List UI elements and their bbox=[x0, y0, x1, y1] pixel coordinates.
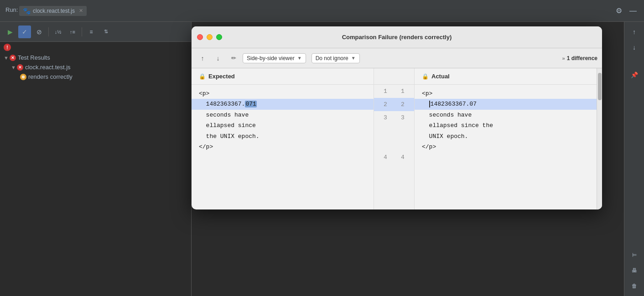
error-badge: ! bbox=[4, 44, 11, 51]
expected-line-3b: ellapsed since bbox=[199, 120, 366, 131]
dialog-titlebar: Comparison Failure (renders correctly) bbox=[192, 26, 602, 48]
expected-line-3a: seconds have bbox=[199, 110, 366, 120]
ignore-label: Do not ignore bbox=[316, 55, 348, 61]
expected-header: 🔒 Expected bbox=[192, 68, 374, 85]
gutter-left-1: 1 bbox=[380, 88, 391, 95]
sidebar-item-renders-correctly[interactable]: ⊗ renders correctly bbox=[0, 72, 191, 82]
check-button[interactable]: ✓ bbox=[18, 26, 31, 38]
gutter-row-2: 2 2 bbox=[374, 98, 414, 111]
gutter-row-1: 1 1 bbox=[374, 85, 414, 98]
nav-up-button[interactable]: ↑ bbox=[196, 52, 209, 65]
tree-error-icon: ! bbox=[0, 42, 191, 53]
expected-label: Expected bbox=[208, 73, 235, 80]
diff-gutter: 1 1 2 2 3 3 4 4 bbox=[374, 68, 415, 209]
dialog-scrollbar[interactable] bbox=[597, 68, 602, 209]
close-traffic-light[interactable] bbox=[197, 34, 203, 40]
gutter-row-4: 4 4 bbox=[374, 151, 414, 164]
gutter-right-2: 2 bbox=[397, 101, 408, 108]
viewer-dropdown[interactable]: Side-by-side viewer ▼ bbox=[243, 53, 306, 63]
expand-diff-button[interactable]: ⊨ bbox=[628, 249, 641, 261]
diff-count: 1 difference bbox=[567, 55, 597, 61]
actual-line-3a: seconds have bbox=[422, 110, 589, 120]
edit-button[interactable]: ✏ bbox=[227, 52, 240, 65]
tree-item-label: renders correctly bbox=[28, 73, 73, 80]
actual-line-3b: ellapsed since the bbox=[422, 120, 589, 131]
gutter-right-3: 3 bbox=[397, 114, 408, 121]
top-bar: Run: 🐾 clock.react.test.js ✕ ⚙ — bbox=[0, 0, 644, 22]
gutter-row-3: 3 3 bbox=[374, 111, 414, 124]
print-button[interactable]: 🖶 bbox=[628, 264, 641, 277]
run-toolbar: ▶ ✓ ⊘ ↓½ ↑≡ ≡ ⇅ bbox=[0, 22, 192, 42]
gutter-header-spacer bbox=[374, 68, 414, 85]
gutter-right-1: 1 bbox=[397, 88, 408, 95]
viewer-label: Side-by-side viewer bbox=[247, 55, 295, 61]
minimize-traffic-light[interactable] bbox=[207, 34, 213, 40]
pin-button[interactable]: 📌 bbox=[628, 68, 641, 81]
minimize-icon[interactable]: — bbox=[629, 7, 637, 15]
expected-body: <p> 1482363367.071 seconds have ellapsed… bbox=[192, 85, 374, 156]
gutter-right-4: 4 bbox=[397, 154, 408, 161]
dialog-title: Comparison Failure (renders correctly) bbox=[342, 34, 452, 41]
right-scrollbar: ↑ ↓ 📌 ⊨ 🖶 🗑 bbox=[624, 22, 644, 296]
error-badge: ✕ bbox=[10, 55, 16, 61]
scroll-down-button[interactable]: ↓ bbox=[628, 41, 641, 54]
actual-panel: 🔒 Actual <p> 1482363367.07 seconds have … bbox=[415, 68, 597, 209]
diff-info: » 1 difference bbox=[562, 55, 597, 61]
dialog-diff-content: 🔒 Expected <p> 1482363367.071 seconds ha… bbox=[192, 68, 602, 209]
actual-line-3c: UNIX epoch. bbox=[422, 131, 589, 142]
dialog-scrollbar-thumb[interactable] bbox=[598, 73, 602, 100]
expected-line-2: 1482363367.071 bbox=[192, 99, 374, 109]
sidebar-item-test-results[interactable]: ▼ ✕ Test Results bbox=[0, 53, 191, 62]
actual-header: 🔒 Actual bbox=[415, 68, 597, 85]
test-tree-panel: ! ▼ ✕ Test Results ▼ ✕ clock.react.test.… bbox=[0, 42, 192, 296]
expected-line-4: </p> bbox=[199, 142, 366, 152]
run-label: Run: bbox=[5, 6, 18, 13]
gutter-left-4: 4 bbox=[380, 154, 391, 161]
gutter-left-2: 2 bbox=[380, 101, 391, 108]
tab-clock-test[interactable]: 🐾 clock.react.test.js ✕ bbox=[19, 6, 87, 16]
expand-button[interactable]: ≡ bbox=[85, 26, 98, 38]
lock-icon-actual: 🔒 bbox=[422, 73, 429, 80]
tab-filename: clock.react.test.js bbox=[33, 8, 75, 14]
chevron-icon: ▼ bbox=[4, 55, 9, 61]
ignore-dropdown[interactable]: Do not ignore ▼ bbox=[312, 53, 360, 63]
expected-line-1: <p> bbox=[199, 88, 366, 99]
traffic-lights bbox=[197, 34, 222, 40]
tab-file-icon: 🐾 bbox=[23, 7, 31, 15]
chevron-icon: ▼ bbox=[11, 65, 16, 70]
rerun-failed-button[interactable]: ↓½ bbox=[52, 26, 64, 38]
error-badge: ✕ bbox=[17, 64, 23, 71]
actual-label: Actual bbox=[431, 73, 450, 80]
actual-line-2: 1482363367.07 bbox=[415, 99, 597, 109]
run-button[interactable]: ▶ bbox=[4, 26, 16, 38]
tree-item-label: clock.react.test.js bbox=[25, 64, 71, 71]
toolbar-divider-1 bbox=[48, 27, 49, 36]
toolbar-divider-2 bbox=[82, 27, 82, 36]
dialog-toolbar: ↑ ↓ ✏ Side-by-side viewer ▼ Do not ignor… bbox=[192, 48, 602, 68]
actual-body: <p> 1482363367.07 seconds have ellapsed … bbox=[415, 85, 597, 156]
gutter-left-3: 3 bbox=[380, 114, 391, 121]
lock-icon: 🔒 bbox=[199, 73, 206, 80]
expected-panel: 🔒 Expected <p> 1482363367.071 seconds ha… bbox=[192, 68, 374, 209]
expected-line-3c: the UNIX epoch. bbox=[199, 131, 366, 142]
maximize-traffic-light[interactable] bbox=[216, 34, 222, 40]
gutter-row-3c bbox=[374, 138, 414, 151]
scroll-up-button[interactable]: ↑ bbox=[628, 26, 641, 38]
viewer-dropdown-arrow: ▼ bbox=[297, 56, 302, 61]
delete-button[interactable]: 🗑 bbox=[628, 280, 641, 292]
sidebar-item-clock-test[interactable]: ▼ ✕ clock.react.test.js bbox=[0, 62, 191, 72]
collapse-button[interactable]: ⇅ bbox=[99, 26, 112, 38]
text-cursor bbox=[429, 101, 430, 107]
gear-icon[interactable]: ⚙ bbox=[616, 6, 622, 15]
gutter-row-3b bbox=[374, 124, 414, 138]
nav-down-button[interactable]: ↓ bbox=[212, 52, 224, 65]
actual-line-4: </p> bbox=[422, 142, 589, 152]
tree-item-label: Test Results bbox=[18, 54, 50, 61]
actual-line-1: <p> bbox=[422, 88, 589, 99]
comparison-failure-dialog: Comparison Failure (renders correctly) ↑… bbox=[192, 26, 602, 209]
diff-arrows: » bbox=[562, 56, 565, 61]
sort-button[interactable]: ↑≡ bbox=[66, 26, 79, 38]
stop-button[interactable]: ⊘ bbox=[33, 26, 46, 38]
tab-close-button[interactable]: ✕ bbox=[79, 8, 83, 14]
diff-highlight: 071 bbox=[245, 101, 256, 107]
